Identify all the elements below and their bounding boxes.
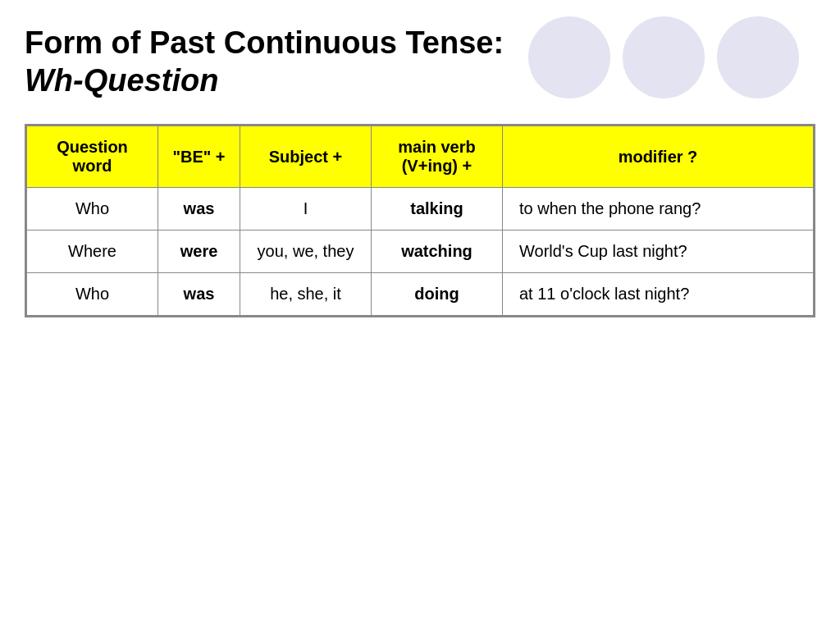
circle-decoration-2 bbox=[623, 16, 705, 98]
table-header-row: Question word "BE" + Subject + main verb… bbox=[27, 126, 814, 188]
row3-be: was bbox=[158, 273, 240, 316]
row2-mainverb: watching bbox=[372, 231, 503, 273]
grammar-table: Question word "BE" + Subject + main verb… bbox=[26, 126, 814, 316]
table-row: Who was I talking to when the phone rang… bbox=[27, 188, 814, 231]
row3-subject: he, she, it bbox=[240, 273, 372, 316]
row1-subject: I bbox=[240, 188, 372, 231]
row2-modifier: World's Cup last night? bbox=[503, 231, 814, 273]
row2-subject: you, we, they bbox=[240, 231, 372, 273]
row2-be: were bbox=[158, 231, 240, 273]
circle-decoration-1 bbox=[528, 16, 610, 98]
row1-qword: Who bbox=[27, 188, 158, 231]
circle-decoration-3 bbox=[717, 16, 799, 98]
row1-mainverb: talking bbox=[372, 188, 503, 231]
col-header-be: "BE" + bbox=[158, 126, 240, 188]
grammar-table-container: Question word "BE" + Subject + main verb… bbox=[25, 124, 815, 317]
header-section: Form of Past Continuous Tense: Wh-Questi… bbox=[25, 16, 815, 99]
page-container: Form of Past Continuous Tense: Wh-Questi… bbox=[0, 0, 840, 630]
col-header-modifier: modifier ? bbox=[503, 126, 814, 188]
col-header-mainverb: main verb (V+ing) + bbox=[372, 126, 503, 188]
row3-mainverb: doing bbox=[372, 273, 503, 316]
col-header-qword: Question word bbox=[27, 126, 158, 188]
row1-modifier: to when the phone rang? bbox=[503, 188, 814, 231]
row3-qword: Who bbox=[27, 273, 158, 316]
row1-be: was bbox=[158, 188, 240, 231]
table-row: Who was he, she, it doing at 11 o'clock … bbox=[27, 273, 814, 316]
decorative-circles bbox=[528, 16, 799, 98]
row3-modifier: at 11 o'clock last night? bbox=[503, 273, 814, 316]
col-header-subject: Subject + bbox=[240, 126, 372, 188]
row2-qword: Where bbox=[27, 231, 158, 273]
table-row: Where were you, we, they watching World'… bbox=[27, 231, 814, 273]
